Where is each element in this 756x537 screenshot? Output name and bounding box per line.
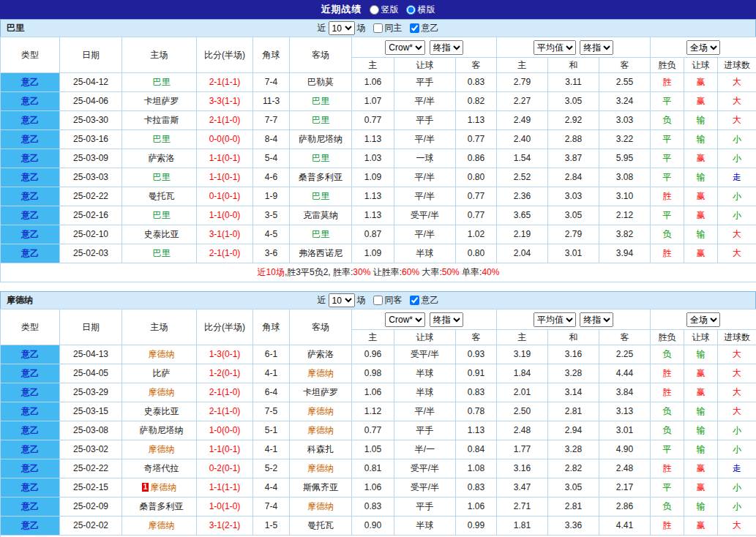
result-wdl-cell: 负 (651, 497, 684, 517)
home-team-cell[interactable]: 巴里 (122, 73, 197, 92)
result-goals-cell: 大 (718, 111, 756, 130)
table-row: 意乙 25-03-16 巴里 0-0(0-0) 8-4 萨勒尼塔纳 1.13 平… (1, 130, 756, 149)
average-odds-header: 平均值 终指 (497, 309, 651, 330)
away-team-cell[interactable]: 巴里 (290, 225, 352, 244)
horizontal-radio[interactable] (406, 5, 416, 15)
home-team-cell[interactable]: 摩德纳 (122, 517, 197, 536)
home-team-name: 巴里 (153, 210, 171, 220)
home-team-name: 萨索洛 (149, 153, 175, 163)
home-team-cell[interactable]: 巴里 (122, 206, 197, 225)
away-team-cell[interactable]: 萨索洛 (290, 345, 352, 364)
away-team-cell[interactable]: 斯佩齐亚 (290, 478, 352, 497)
same-venue-checkbox[interactable] (373, 296, 383, 305)
away-team-cell[interactable]: 巴里 (290, 92, 352, 111)
away-team-cell[interactable]: 巴里 (290, 111, 352, 130)
score-cell: 1-3(0-1) (197, 345, 253, 364)
away-team-cell[interactable]: 克雷莫纳 (290, 206, 352, 225)
same-venue-label: 同客 (385, 294, 403, 307)
average-select[interactable]: 平均值 (534, 312, 576, 327)
odds-home-cell: 1.06 (352, 478, 394, 497)
score-cell: 0-1(0-1) (197, 187, 253, 206)
away-team-cell[interactable]: 摩德纳 (290, 459, 352, 478)
home-team-cell[interactable]: 摩德纳 (122, 345, 197, 364)
avg-home-cell: 2.48 (497, 421, 548, 440)
vertical-radio[interactable] (370, 5, 379, 15)
home-team-cell[interactable]: 巴里 (122, 130, 197, 149)
col-header-score: 比分(半场) (197, 309, 253, 345)
handicap-cell: 受平/半 (394, 206, 456, 225)
home-team-cell[interactable]: 1摩德纳 (122, 478, 197, 497)
score-cell: 3-1(1-0) (197, 225, 253, 244)
league-filter-option[interactable]: 意乙 (405, 22, 439, 34)
layout-vertical-option[interactable]: 竖版 (370, 4, 399, 16)
odds-away-cell: 0.77 (456, 187, 497, 206)
sub-header-avg-away: 客 (599, 330, 651, 345)
away-team-cell[interactable]: 卡坦萨罗 (290, 383, 352, 402)
home-team-cell[interactable]: 萨索洛 (122, 149, 197, 168)
home-team-cell[interactable]: 史泰比亚 (122, 402, 197, 421)
home-team-cell[interactable]: 卡坦萨罗 (122, 92, 197, 111)
result-wdl-cell: 平 (651, 92, 684, 111)
match-count-select[interactable]: 10 (329, 21, 355, 35)
corner-cell: 6-4 (253, 383, 290, 402)
fulltime-select[interactable]: 全场 (686, 312, 720, 327)
home-team-cell[interactable]: 奇塔代拉 (122, 459, 197, 478)
odds-away-cell: 0.83 (456, 73, 497, 92)
home-team-cell[interactable]: 巴里 (122, 168, 197, 187)
league-filter-option[interactable]: 意乙 (405, 294, 439, 307)
bookmaker-select[interactable]: Crow* (385, 40, 425, 55)
final-odds-select-2[interactable]: 终指 (580, 40, 613, 55)
home-team-cell[interactable]: 巴里 (122, 244, 197, 263)
final-odds-select[interactable]: 终指 (430, 312, 463, 327)
away-team-cell[interactable]: 摩德纳 (290, 402, 352, 421)
result-handicap-cell: 赢 (684, 149, 718, 168)
result-handicap-cell: 输 (684, 168, 718, 187)
home-team-cell[interactable]: 桑普多利亚 (122, 497, 197, 517)
away-team-cell[interactable]: 科森扎 (290, 440, 352, 459)
table-row: 意乙 25-02-22 奇塔代拉 0-2(0-1) 5-2 摩德纳 0.81 受… (1, 459, 756, 478)
table-row: 意乙 25-03-08 萨勒尼塔纳 1-0(0-0) 5-1 摩德纳 0.77 … (1, 421, 756, 440)
same-venue-checkbox[interactable] (373, 23, 383, 33)
away-team-cell[interactable]: 巴里 (290, 187, 352, 206)
league-filter-checkbox[interactable] (410, 296, 419, 305)
home-team-cell[interactable]: 史泰比亚 (122, 225, 197, 244)
result-goals-cell: 大 (718, 364, 756, 383)
date-cell: 25-03-15 (60, 402, 122, 421)
same-venue-option[interactable]: 同主 (368, 22, 403, 34)
away-team-cell[interactable]: 巴里 (290, 149, 352, 168)
odds-home-cell: 0.77 (352, 111, 394, 130)
odds-home-cell: 1.12 (352, 402, 394, 421)
league-filter-checkbox[interactable] (410, 23, 419, 33)
handicap-cell: 受平/半 (394, 459, 456, 478)
match-count-select[interactable]: 10 (329, 293, 355, 307)
avg-draw-cell: 2.84 (548, 168, 599, 187)
away-team-cell[interactable]: 巴勒莫 (290, 73, 352, 92)
fulltime-select[interactable]: 全场 (686, 40, 720, 55)
home-team-cell[interactable]: 曼托瓦 (122, 187, 197, 206)
away-team-cell[interactable]: 弗洛西诺尼 (290, 244, 352, 263)
home-team-cell[interactable]: 卡拉雷斯 (122, 111, 197, 130)
final-odds-select[interactable]: 终指 (430, 40, 463, 55)
bookmaker-select[interactable]: Crow* (385, 312, 425, 327)
league-cell: 意乙 (1, 421, 60, 440)
same-venue-option[interactable]: 同客 (368, 294, 403, 307)
result-handicap-cell: 输 (684, 421, 718, 440)
away-team-cell[interactable]: 桑普多利亚 (290, 168, 352, 187)
layout-horizontal-option[interactable]: 横版 (406, 4, 435, 16)
away-team-cell[interactable]: 摩德纳 (290, 421, 352, 440)
table-row: 意乙 25-03-30 卡拉雷斯 2-1(1-0) 7-7 巴里 0.77 平手… (1, 111, 756, 130)
avg-away-cell: 3.84 (599, 383, 651, 402)
home-team-cell[interactable]: 摩德纳 (122, 440, 197, 459)
league-cell: 意乙 (1, 244, 60, 263)
away-team-cell[interactable]: 摩德纳 (290, 497, 352, 517)
final-odds-select-2[interactable]: 终指 (580, 312, 613, 327)
average-select[interactable]: 平均值 (534, 40, 576, 55)
home-team-cell[interactable]: 萨勒尼塔纳 (122, 421, 197, 440)
away-team-cell[interactable]: 曼托瓦 (290, 517, 352, 536)
home-team-name: 巴里 (153, 172, 171, 182)
home-team-cell[interactable]: 摩德纳 (122, 383, 197, 402)
away-team-cell[interactable]: 萨勒尼塔纳 (290, 130, 352, 149)
home-team-cell[interactable]: 比萨 (122, 364, 197, 383)
away-team-cell[interactable]: 摩德纳 (290, 364, 352, 383)
date-cell: 25-02-09 (60, 497, 122, 517)
